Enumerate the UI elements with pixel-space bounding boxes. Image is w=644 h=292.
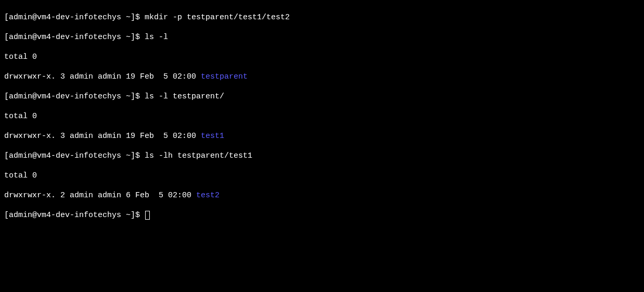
shell-output: total 0 — [4, 53, 37, 61]
shell-output: drwxrwxr-x. 3 admin admin 19 Feb 5 02:00 — [4, 132, 201, 141]
terminal-line: drwxrwxr-x. 3 admin admin 19 Feb 5 02:00… — [4, 131, 640, 141]
shell-prompt: [admin@vm4-dev-infotechys ~]$ — [4, 151, 145, 160]
shell-command: ls -l — [145, 33, 168, 42]
shell-output: drwxrwxr-x. 2 admin admin 6 Feb 5 02:00 — [4, 191, 196, 200]
terminal-line: drwxrwxr-x. 2 admin admin 6 Feb 5 02:00 … — [4, 191, 640, 200]
shell-command: ls -lh testparent/test1 — [145, 151, 252, 160]
cursor-icon[interactable] — [145, 211, 150, 220]
directory-name: test1 — [201, 132, 224, 141]
shell-prompt: [admin@vm4-dev-infotechys ~]$ — [4, 33, 145, 42]
shell-output: total 0 — [4, 171, 37, 180]
directory-name: test2 — [196, 191, 220, 200]
shell-prompt: [admin@vm4-dev-infotechys ~]$ — [4, 211, 145, 220]
shell-prompt: [admin@vm4-dev-infotechys ~]$ — [4, 92, 145, 101]
shell-command: mkdir -p testparent/test1/test2 — [145, 13, 290, 22]
terminal-line: total 0 — [4, 52, 640, 62]
shell-output: drwxrwxr-x. 3 admin admin 19 Feb 5 02:00 — [4, 72, 201, 81]
terminal-line: [admin@vm4-dev-infotechys ~]$ mkdir -p t… — [4, 12, 640, 22]
terminal-line: drwxrwxr-x. 3 admin admin 19 Feb 5 02:00… — [4, 72, 640, 82]
terminal-line: [admin@vm4-dev-infotechys ~]$ ls -lh tes… — [4, 151, 640, 161]
shell-command: ls -l testparent/ — [145, 92, 224, 101]
shell-prompt: [admin@vm4-dev-infotechys ~]$ — [4, 13, 145, 22]
terminal-line: total 0 — [4, 171, 640, 181]
terminal-line: [admin@vm4-dev-infotechys ~]$ ls -l — [4, 32, 640, 42]
directory-name: testparent — [201, 72, 248, 81]
terminal-line: [admin@vm4-dev-infotechys ~]$ — [4, 210, 640, 220]
shell-output: total 0 — [4, 112, 37, 121]
terminal-line: total 0 — [4, 111, 640, 121]
terminal-output[interactable]: [admin@vm4-dev-infotechys ~]$ mkdir -p t… — [4, 3, 640, 230]
terminal-line: [admin@vm4-dev-infotechys ~]$ ls -l test… — [4, 92, 640, 101]
